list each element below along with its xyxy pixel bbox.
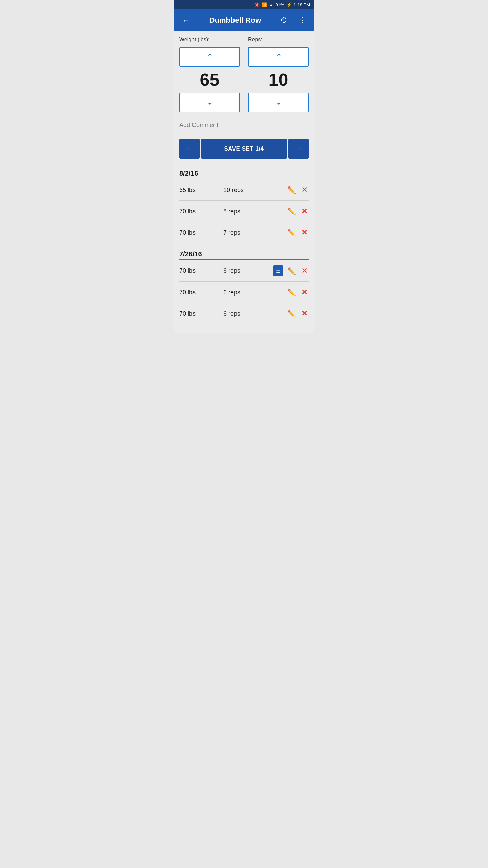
set-weight: 70 lbs [179,267,223,274]
reps-decrease-button[interactable]: ⌄ [248,93,309,112]
set-row: 70 lbs7 reps✏️✕ [179,222,309,243]
chevron-down-icon: ⌄ [276,98,282,107]
back-icon: ← [182,16,190,25]
set-actions: ✏️✕ [286,185,309,195]
edit-button[interactable]: ✏️ [286,309,297,318]
edit-button[interactable]: ✏️ [286,206,297,216]
set-row: 70 lbs6 reps✏️✕ [179,303,309,324]
delete-button[interactable]: ✕ [300,287,309,297]
set-reps: 8 reps [223,208,286,215]
set-reps: 6 reps [223,289,286,296]
set-row: 70 lbs6 reps✏️✕ [179,282,309,303]
chevron-down-icon: ⌄ [207,98,213,107]
timer-button[interactable]: ⏱ [278,13,290,27]
input-section: Weight (lbs): ⌃ 65 ⌄ Reps: ⌃ 10 ⌄ [179,37,309,112]
weight-column: Weight (lbs): ⌃ 65 ⌄ [179,37,240,112]
left-arrow-icon: ← [186,145,193,153]
set-weight: 70 lbs [179,310,223,317]
chevron-up-icon: ⌃ [207,53,213,61]
delete-button[interactable]: ✕ [300,266,309,276]
main-content: Weight (lbs): ⌃ 65 ⌄ Reps: ⌃ 10 ⌄ ← [174,31,314,333]
wifi-icon: 📶 [262,2,267,7]
back-button[interactable]: ← [179,13,193,28]
weight-increase-button[interactable]: ⌃ [179,47,240,67]
mute-icon: 🔇 [254,2,260,7]
charging-icon: ⚡ [286,2,292,7]
weight-decrease-button[interactable]: ⌄ [179,93,240,112]
set-actions: ☰✏️✕ [273,265,309,276]
battery-text: 91% [276,2,284,7]
set-weight: 70 lbs [179,289,223,296]
set-reps: 7 reps [223,229,286,236]
reps-label: Reps: [248,37,309,44]
timer-icon: ⏱ [280,16,288,25]
delete-button[interactable]: ✕ [300,309,309,319]
status-bar: 🔇 📶 ▲ 91% ⚡ 1:18 PM [174,0,314,9]
set-row: 70 lbs6 reps☰✏️✕ [179,260,309,282]
more-icon: ⋮ [299,16,306,25]
set-weight: 70 lbs [179,229,223,236]
history-section: 8/2/1665 lbs10 reps✏️✕70 lbs8 reps✏️✕70 … [179,165,309,324]
save-set-button[interactable]: SAVE SET 1/4 [201,139,287,159]
delete-button[interactable]: ✕ [300,206,309,216]
comment-input[interactable] [179,122,309,129]
prev-set-button[interactable]: ← [179,139,200,159]
delete-button[interactable]: ✕ [300,185,309,195]
next-set-button[interactable]: → [288,139,309,159]
reps-increase-button[interactable]: ⌃ [248,47,309,67]
comment-button[interactable]: ☰ [273,265,283,276]
edit-button[interactable]: ✏️ [286,288,297,297]
set-reps: 6 reps [223,310,286,317]
set-actions: ✏️✕ [286,228,309,238]
edit-button[interactable]: ✏️ [286,266,297,276]
delete-button[interactable]: ✕ [300,228,309,238]
set-weight: 65 lbs [179,186,223,194]
save-set-label: SAVE SET 1/4 [224,145,264,152]
date-group: 7/26/1670 lbs6 reps☰✏️✕70 lbs6 reps✏️✕70… [179,246,309,324]
set-actions: ✏️✕ [286,206,309,216]
chevron-up-icon: ⌃ [276,53,282,61]
set-weight: 70 lbs [179,208,223,215]
date-group: 8/2/1665 lbs10 reps✏️✕70 lbs8 reps✏️✕70 … [179,165,309,243]
edit-button[interactable]: ✏️ [286,185,297,195]
app-bar: ← Dumbbell Row ⏱ ⋮ [174,9,314,31]
right-arrow-icon: → [295,145,302,153]
weight-label: Weight (lbs): [179,37,240,44]
reps-column: Reps: ⌃ 10 ⌄ [248,37,309,112]
set-actions: ✏️✕ [286,309,309,319]
action-row: ← SAVE SET 1/4 → [179,139,309,159]
date-header: 8/2/16 [179,165,309,179]
weight-value: 65 [179,67,240,93]
more-options-button[interactable]: ⋮ [296,13,309,27]
comment-section [179,118,309,133]
edit-button[interactable]: ✏️ [286,228,297,237]
set-reps: 10 reps [223,186,286,194]
set-actions: ✏️✕ [286,287,309,297]
set-row: 65 lbs10 reps✏️✕ [179,179,309,201]
set-row: 70 lbs8 reps✏️✕ [179,201,309,222]
time-display: 1:18 PM [294,2,310,7]
signal-icon: ▲ [269,2,273,7]
reps-value: 10 [248,67,309,93]
date-header: 7/26/16 [179,246,309,260]
page-title: Dumbbell Row [198,16,272,25]
set-reps: 6 reps [223,267,273,274]
